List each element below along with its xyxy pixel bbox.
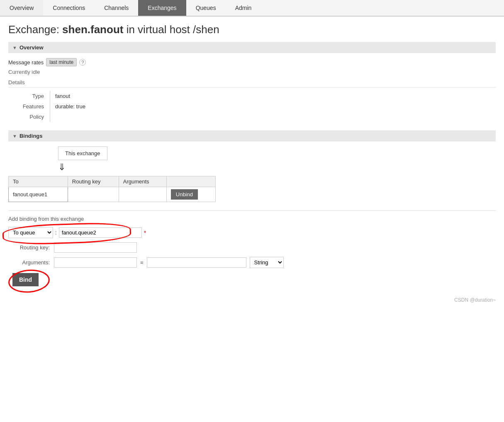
double-arrow-icon: ⇓ (58, 162, 496, 173)
footer-text: CSDN @duration~ (454, 297, 496, 303)
features-value: durable: true (50, 101, 496, 112)
bindings-section-header: ▼ Bindings (8, 130, 496, 141)
currently-idle-text: Currently idle (8, 69, 496, 75)
last-minute-badge[interactable]: last minute (46, 58, 77, 66)
bind-button[interactable]: Bind (12, 273, 39, 286)
arguments-key-input[interactable] (54, 257, 137, 268)
policy-value (50, 112, 496, 122)
unbind-button[interactable]: Unbind (171, 189, 198, 200)
destination-row: To queue To exchange : * (8, 227, 496, 238)
overview-collapse-icon[interactable]: ▼ (12, 45, 17, 50)
equals-sign: = (137, 259, 147, 266)
exchange-name: shen.fanout (62, 23, 123, 36)
arguments-label: Arguments: (8, 259, 54, 266)
type-label: Type (8, 91, 50, 101)
arguments-row: Arguments: = String Integer Boolean (8, 257, 496, 268)
arguments-type-container: String Integer Boolean (250, 257, 284, 268)
col-arguments: Arguments (119, 176, 166, 187)
details-section: Details Type fanout Features durable: tr… (8, 79, 496, 122)
nav-tabs: Overview Connections Channels Exchanges … (0, 0, 504, 17)
tab-channels[interactable]: Channels (95, 0, 138, 16)
arguments-type-select[interactable]: String Integer Boolean (250, 257, 284, 268)
type-value: fanout (50, 91, 496, 101)
page-content: Exchange: shen.fanout in virtual host /s… (0, 17, 504, 293)
routing-key-row: Routing key: (8, 242, 496, 253)
col-routing-key: Routing key (68, 176, 119, 187)
page-title-suffix: in virtual host /shen (123, 23, 219, 36)
add-binding-title: Add binding from this exchange (8, 216, 496, 222)
col-actions (166, 176, 215, 187)
destination-type-select[interactable]: To queue To exchange (8, 227, 53, 238)
colon-separator: : (53, 229, 59, 236)
details-grid: Type fanout Features durable: true Polic… (8, 91, 496, 122)
add-binding-section: Add binding from this exchange To queue … (8, 210, 496, 286)
binding-arguments (119, 187, 166, 202)
policy-label: Policy (8, 112, 50, 122)
this-exchange-box: This exchange (58, 146, 107, 160)
page-title-prefix: Exchange: (8, 23, 62, 36)
help-badge[interactable]: ? (79, 59, 86, 66)
destination-value-input[interactable] (59, 227, 142, 238)
col-to: To (9, 176, 68, 187)
bind-button-container: Bind (12, 273, 39, 286)
footer: CSDN @duration~ (0, 293, 504, 307)
overview-section-label: Overview (19, 44, 44, 51)
tab-connections[interactable]: Connections (43, 0, 95, 16)
binding-to-value: fanout.queue1 (9, 187, 68, 202)
bindings-collapse-icon[interactable]: ▼ (12, 134, 17, 139)
bindings-table: To Routing key Arguments fanout.queue1 U… (8, 176, 216, 202)
features-label: Features (8, 101, 50, 112)
page-title: Exchange: shen.fanout in virtual host /s… (8, 23, 496, 36)
tab-overview[interactable]: Overview (0, 0, 43, 16)
overview-section: Message rates last minute ? Currently id… (8, 58, 496, 122)
bindings-section-label: Bindings (19, 133, 43, 139)
details-title: Details (8, 79, 496, 88)
tab-queues[interactable]: Queues (186, 0, 226, 16)
overview-section-header: ▼ Overview (8, 42, 496, 53)
required-star: * (144, 229, 146, 236)
arguments-value-input[interactable] (147, 257, 246, 268)
dest-container: To queue To exchange : * (8, 227, 146, 238)
binding-routing-key (68, 187, 119, 202)
bindings-section: This exchange ⇓ To Routing key Arguments… (8, 146, 496, 202)
tab-admin[interactable]: Admin (226, 0, 261, 16)
table-row: fanout.queue1 Unbind (9, 187, 216, 202)
message-rates-label: Message rates (8, 59, 44, 66)
tab-exchanges[interactable]: Exchanges (138, 0, 186, 16)
message-rates-row: Message rates last minute ? (8, 58, 496, 66)
binding-unbind-cell: Unbind (166, 187, 215, 202)
routing-key-label: Routing key: (8, 244, 54, 251)
routing-key-input[interactable] (54, 242, 137, 253)
